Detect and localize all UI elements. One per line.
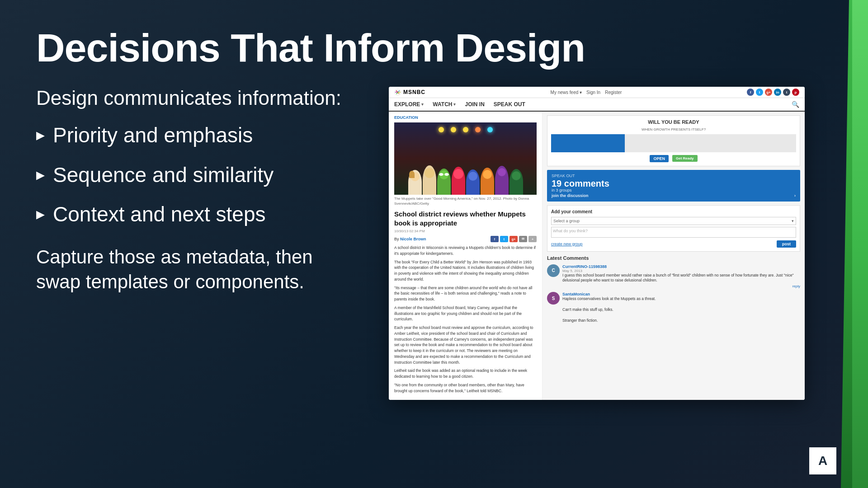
search-icon[interactable]: 🔍	[792, 101, 799, 108]
commenter-2-avatar: S	[547, 292, 560, 305]
speak-out-box: Speak Out 19 comments in 3 groups join t…	[547, 170, 800, 202]
commenter-1-date: May 5, 2013	[562, 269, 800, 273]
speak-out-join-link[interactable]: join the discussion ›	[552, 193, 796, 198]
two-column-layout: Design communicates information: ▸ Prior…	[36, 87, 805, 400]
ad-headline: WILL YOU BE READY	[551, 119, 796, 125]
msnbc-top-links: My news feed ▾ Sign In Register	[551, 90, 622, 95]
article-paragraph-1: A school district in Wisconsin is review…	[394, 245, 537, 257]
add-comment-box: Add your comment Select a group ▾ What d…	[547, 205, 800, 252]
comment-1-reply-link[interactable]: reply	[562, 284, 800, 288]
post-button[interactable]: post	[777, 240, 796, 248]
article-caption: The Muppets take over "Good Morning Amer…	[394, 197, 537, 206]
article-byline: By Nicole Brown f t g+ ✉ +	[394, 236, 537, 242]
list-item: ▸ Priority and emphasis	[36, 123, 362, 148]
nav-join-in[interactable]: Join In	[465, 101, 484, 108]
comment-textarea[interactable]: What do you think?	[551, 227, 796, 238]
nav-watch[interactable]: Watch ▾	[433, 101, 456, 108]
article-author: Nicole Brown	[400, 237, 426, 241]
bullet-arrow-1: ▸	[36, 125, 45, 145]
msnbc-top-bar: msnbc My news feed ▾ Sign In Register f …	[389, 87, 805, 98]
add-comment-title: Add your comment	[551, 209, 796, 214]
article-paragraph-3: "Its message – that there are some child…	[394, 285, 537, 302]
msnbc-social-icons: f t g+ in t p	[747, 89, 799, 96]
latest-comments-section: Latest Comments C CurrentRINO-11598388 M…	[547, 255, 800, 324]
watch-arrow-icon: ▾	[453, 102, 456, 107]
google-plus-icon[interactable]: g+	[765, 89, 772, 96]
msnbc-nav: Explore ▾ Watch ▾ Join In Speak Out 🔍	[389, 98, 805, 112]
pinterest-icon[interactable]: p	[792, 89, 799, 96]
by-label: By Nicole Brown	[394, 237, 426, 241]
slide-subtitle: Design communicates information:	[36, 87, 362, 109]
get-ready-button[interactable]: Get Ready	[672, 155, 698, 162]
twitter-icon[interactable]: t	[756, 89, 763, 96]
speak-out-comments-count: 19 comments	[552, 179, 796, 188]
article-date: 10/30/13 02:34 PM	[394, 229, 537, 233]
kermit-muppet	[437, 169, 451, 195]
article-body: Education	[389, 112, 805, 400]
explore-arrow-icon: ▾	[421, 102, 424, 107]
open-badge[interactable]: OPEN	[650, 155, 669, 162]
article-paragraph-7: "No one from the community or other boar…	[394, 382, 537, 394]
muppet-8	[509, 169, 523, 195]
muppet-5	[466, 169, 480, 195]
muppet-7	[495, 166, 509, 195]
muppet-4	[452, 167, 465, 195]
speak-out-label: Speak Out	[552, 174, 796, 178]
comment-actions: create new group post	[551, 240, 796, 248]
share-facebook-button[interactable]: f	[491, 236, 499, 242]
muppet-1	[408, 170, 422, 195]
bullet-text-2: Sequence and similarity	[53, 163, 274, 188]
ad-subheading: WHEN GROWTH PRESENTS ITSELF?	[551, 127, 796, 131]
nbc-peacock-icon	[394, 89, 401, 96]
left-column: Design communicates information: ▸ Prior…	[36, 87, 362, 294]
nav-explore[interactable]: Explore ▾	[394, 101, 424, 108]
nav-speak-out[interactable]: Speak Out	[494, 101, 525, 108]
select-arrow-icon: ▾	[792, 219, 794, 223]
comment-1-content: CurrentRINO-11598388 May 5, 2013 I guess…	[562, 264, 800, 289]
slide-title: Decisions That Inform Design	[36, 27, 805, 69]
list-item: ▸ Context and next steps	[36, 202, 362, 227]
bullet-arrow-3: ▸	[36, 204, 45, 225]
ad-bar-fill	[551, 134, 625, 152]
share-more-button[interactable]: +	[528, 236, 537, 242]
article-main: Education	[389, 112, 542, 400]
sign-in-link[interactable]: Sign In	[586, 90, 600, 95]
my-news-feed-link[interactable]: My news feed ▾	[551, 90, 582, 95]
article-section-label: Education	[394, 115, 537, 120]
latest-comments-title: Latest Comments	[547, 255, 800, 261]
share-twitter-button[interactable]: t	[500, 236, 508, 242]
bullet-text-1: Priority and emphasis	[53, 123, 253, 148]
muppet-6	[481, 168, 494, 195]
speak-out-groups: in 3 groups	[552, 188, 796, 192]
bullet-arrow-2: ▸	[36, 164, 45, 185]
create-group-link[interactable]: create new group	[551, 242, 583, 246]
linkedin-icon[interactable]: in	[774, 89, 781, 96]
bullet-list: ▸ Priority and emphasis ▸ Sequence and s…	[36, 123, 362, 227]
msnbc-logo-text: msnbc	[403, 89, 425, 95]
share-email-button[interactable]: ✉	[519, 236, 527, 242]
commenter-2-username: SantaMonican	[562, 292, 800, 296]
msnbc-logo: msnbc	[394, 89, 425, 96]
article-share-icons: f t g+ ✉ +	[491, 236, 537, 242]
group-select[interactable]: Select a group ▾	[551, 217, 796, 225]
sidebar-advertisement: WILL YOU BE READY WHEN GROWTH PRESENTS I…	[547, 115, 800, 166]
commenter-1-avatar: C	[547, 264, 560, 277]
comment-2-text: Hapless conservatives look at the Muppet…	[562, 296, 800, 323]
muppet-scene	[394, 122, 537, 195]
muppet-2	[423, 165, 436, 195]
article-paragraph-2: The book "For Every Child a Better World…	[394, 259, 537, 282]
article-paragraph-4: A member of the Marshfield School Board,…	[394, 305, 537, 322]
register-link[interactable]: Register	[605, 90, 622, 95]
bullet-text-3: Context and next steps	[53, 202, 266, 227]
article-screenshot: msnbc My news feed ▾ Sign In Register f …	[389, 87, 805, 400]
comment-item-1: C CurrentRINO-11598388 May 5, 2013 I gue…	[547, 264, 800, 289]
ad-progress-bar	[551, 134, 796, 152]
article-headline: School district reviews whether Muppets …	[394, 210, 537, 227]
facebook-icon[interactable]: f	[747, 89, 754, 96]
chevron-right-icon: ›	[794, 193, 796, 198]
article-paragraph-5: Each year the school board must review a…	[394, 325, 537, 365]
tumblr-icon[interactable]: t	[783, 89, 790, 96]
closing-text: Capture those as metadata, then swap tem…	[36, 245, 362, 294]
content-area: Decisions That Inform Design Design comm…	[0, 0, 841, 488]
share-google-button[interactable]: g+	[509, 236, 518, 242]
